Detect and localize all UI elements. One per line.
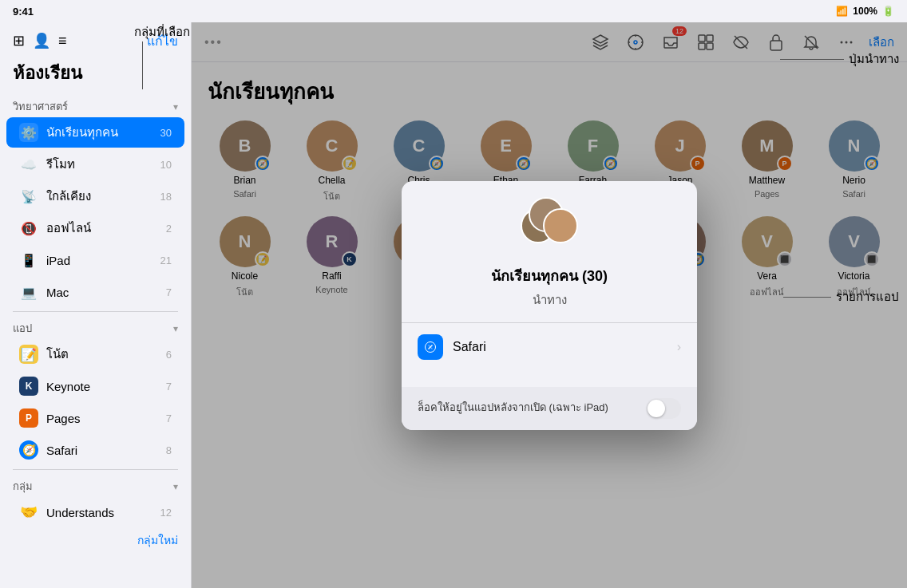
safari-count: 8: [166, 444, 172, 456]
keynote-label: Keynote: [46, 380, 158, 393]
keynote-count: 7: [166, 381, 172, 393]
sidebar: ⊞ 👤 ≡ แก้ไข ห้องเรียน วิทยาศาสตร์ ▾ ⚙️ น…: [0, 22, 192, 588]
status-bar: 9:41 📶 100% 🔋: [0, 0, 907, 22]
offline-icon: 📵: [19, 219, 38, 238]
keynote-icon: K: [19, 377, 38, 396]
all-students-label: นักเรียนทุกคน: [46, 123, 152, 142]
lock-toggle[interactable]: [646, 398, 681, 419]
app-container: ⊞ 👤 ≡ แก้ไข ห้องเรียน วิทยาศาสตร์ ▾ ⚙️ น…: [0, 22, 907, 588]
sidebar-title: ห้องเรียน: [0, 56, 191, 93]
safari-label: Safari: [46, 444, 158, 457]
modal-avatar-2: [543, 208, 578, 243]
sidebar-icon-people[interactable]: 👤: [33, 32, 50, 49]
modal-group-title: นักเรียนทุกคน (30): [418, 264, 681, 287]
groups-section-label: กลุ่ม: [13, 478, 33, 495]
sidebar-section-science[interactable]: วิทยาศาสตร์ ▾: [0, 93, 191, 116]
remote-label: รีโมท: [46, 155, 152, 174]
sidebar-section-apps[interactable]: แอป ▾: [0, 315, 191, 338]
pages-icon: P: [19, 408, 38, 428]
nearby-label: ใกล้เคียง: [46, 187, 152, 206]
battery-display: 100%: [853, 6, 877, 17]
ipad-count: 21: [160, 255, 172, 266]
ipad-label: iPad: [46, 254, 152, 267]
wifi-icon: 📶: [836, 6, 848, 17]
modal-content-area: นักเรียนทุกคน (30) นำทาง Safari: [402, 181, 697, 387]
understands-label: Understands: [46, 506, 152, 519]
modal-overlay[interactable]: นักเรียนทุกคน (30) นำทาง Safari: [192, 22, 907, 588]
remote-count: 10: [160, 159, 172, 171]
time-display: 9:41: [13, 6, 34, 18]
divider-1: [13, 311, 178, 312]
sidebar-item-all-students[interactable]: ⚙️ นักเรียนทุกคน 30: [6, 117, 184, 148]
modal-group-avatar: [521, 197, 578, 255]
sidebar-item-offline[interactable]: 📵 ออฟไลน์ 2: [6, 213, 184, 243]
science-section-label: วิทยาศาสตร์: [13, 98, 68, 115]
new-group-button[interactable]: กลุ่มใหม่: [0, 528, 191, 555]
nearby-count: 18: [160, 191, 172, 203]
sidebar-item-keynote[interactable]: K Keynote 7: [6, 371, 184, 401]
sidebar-item-remote[interactable]: ☁️ รีโมท 10: [6, 149, 184, 180]
status-icons: 📶 100% 🔋: [836, 6, 894, 17]
remote-icon: ☁️: [19, 155, 38, 174]
sidebar-item-mac[interactable]: 💻 Mac 7: [6, 277, 184, 307]
mac-label: Mac: [46, 286, 158, 299]
sidebar-item-nearby[interactable]: 📡 ใกล้เคียง 18: [6, 181, 184, 211]
sidebar-item-ipad[interactable]: 📱 iPad 21: [6, 245, 184, 275]
offline-count: 2: [166, 223, 172, 235]
safari-icon-sidebar: 🧭: [19, 440, 38, 460]
mac-count: 7: [166, 286, 172, 298]
sidebar-item-notes[interactable]: 📝 โน้ต 6: [6, 339, 184, 369]
sidebar-icon-list[interactable]: ≡: [58, 33, 67, 49]
status-time: 9:41: [13, 6, 34, 18]
sidebar-item-pages[interactable]: P Pages 7: [6, 403, 184, 433]
sidebar-section-groups[interactable]: กลุ่ม ▾: [0, 473, 191, 496]
navigate-modal: นักเรียนทุกคน (30) นำทาง Safari: [402, 181, 697, 430]
notes-icon: 📝: [19, 345, 38, 364]
nearby-icon: 📡: [19, 187, 38, 206]
sidebar-icon-grid[interactable]: ⊞: [13, 32, 25, 49]
understands-count: 12: [160, 507, 172, 519]
sidebar-header: ⊞ 👤 ≡ แก้ไข: [0, 22, 191, 56]
sidebar-item-understands[interactable]: 🤝 Understands 12: [6, 497, 184, 527]
modal-app-name: Safari: [453, 340, 667, 354]
modal-app-chevron-icon: ›: [677, 340, 681, 354]
main-content: ••• 12: [192, 22, 907, 588]
apps-chevron-icon: ▾: [173, 323, 178, 334]
pages-label: Pages: [46, 412, 158, 425]
groups-chevron-icon: ▾: [173, 481, 178, 492]
understands-icon: 🤝: [19, 503, 38, 522]
all-students-count: 30: [160, 127, 172, 139]
modal-app-row-safari[interactable]: Safari ›: [418, 323, 681, 371]
sidebar-item-safari[interactable]: 🧭 Safari 8: [6, 435, 184, 465]
mac-icon: 💻: [19, 282, 38, 302]
notes-count: 6: [166, 349, 172, 361]
ipad-icon: 📱: [19, 251, 38, 270]
notes-label: โน้ต: [46, 345, 158, 364]
science-chevron-icon: ▾: [173, 101, 178, 112]
sidebar-edit-button[interactable]: แก้ไข: [147, 31, 178, 51]
battery-icon: 🔋: [882, 6, 894, 17]
safari-app-icon: [418, 334, 443, 360]
divider-2: [13, 469, 178, 470]
modal-lock-text: ล็อคให้อยู่ในแอปหลังจากเปิด (เฉพาะ iPad): [418, 401, 646, 415]
pages-count: 7: [166, 412, 172, 424]
all-students-icon: ⚙️: [19, 123, 38, 142]
toggle-knob: [648, 400, 665, 417]
modal-subtitle: นำทาง: [418, 290, 681, 310]
modal-footer: ล็อคให้อยู่ในแอปหลังจากเปิด (เฉพาะ iPad): [402, 387, 697, 430]
offline-label: ออฟไลน์: [46, 219, 158, 238]
apps-section-label: แอป: [13, 320, 32, 337]
